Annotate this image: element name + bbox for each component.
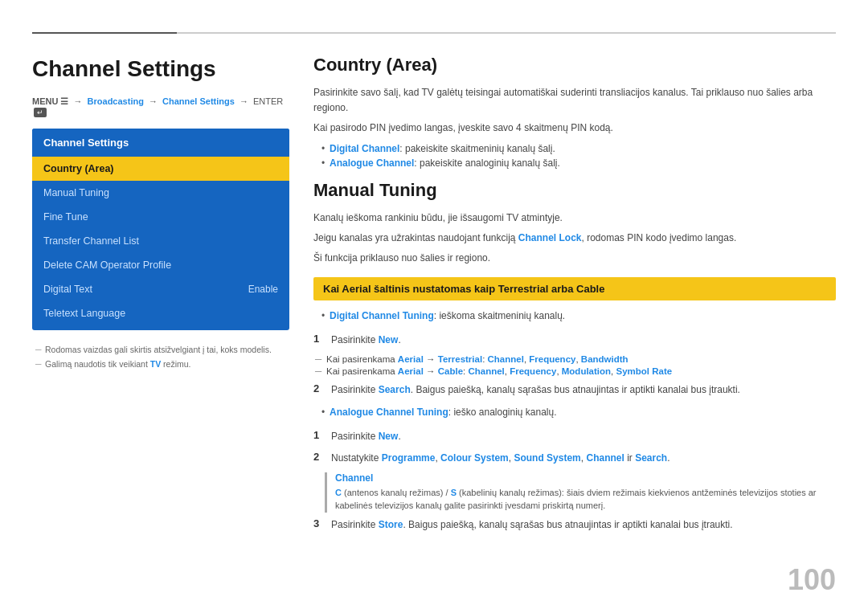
manual-tuning-desc3: Ši funkcija priklauso nuo šalies ir regi… (313, 251, 836, 266)
search-ref: Search (379, 384, 411, 395)
sidebar-box: Channel Settings Country (Area) Manual T… (32, 129, 289, 330)
sidebar-item-delete-cam[interactable]: Delete CAM Operator Profile (32, 253, 289, 277)
sidebar-note-1: Rodomas vaizdas gali skirtis atsižvelgia… (35, 345, 286, 354)
left-panel: Channel Settings MENU ☰ → Broadcasting →… (32, 48, 289, 374)
sidebar-item-label: Manual Tuning (43, 187, 109, 198)
breadcrumb: MENU ☰ → Broadcasting → Channel Settings… (32, 96, 289, 117)
digital-channel-tuning-item: Digital Channel Tuning: ieškoma skaitmen… (321, 310, 836, 321)
store-ref: Store (379, 519, 403, 530)
bullet-digital-channel: Digital Channel: pakeiskite skaitmeninių… (321, 143, 836, 154)
country-area-desc2: Kai pasirodo PIN įvedimo langas, įveskit… (313, 121, 836, 136)
analogue-step-1: 1 Pasirinkite New. (313, 429, 836, 444)
sidebar-item-value: Enable (248, 284, 278, 295)
analogue-tuning-label: Analogue Channel Tuning (330, 407, 448, 418)
analogue-step-3: 3 Pasirinkite Store. Baigus paiešką, kan… (313, 517, 836, 533)
manual-tuning-title: Manual Tuning (313, 180, 836, 201)
right-panel: Country (Area) Pasirinkite savo šalį, ka… (313, 48, 836, 539)
highlight-box: Kai Aerial šaltinis nustatomas kaip Terr… (313, 277, 836, 300)
sidebar-item-label: Country (Area) (43, 163, 114, 174)
manual-tuning-desc2: Jeigu kanalas yra užrakintas naudojant f… (313, 231, 836, 246)
sidebar-item-label: Delete CAM Operator Profile (43, 260, 171, 271)
breadcrumb-channel-settings[interactable]: Channel Settings (162, 96, 235, 106)
channel-note-box: Channel C (antenos kanalų režimas) / S (… (325, 472, 836, 513)
channel-note-title: Channel (335, 472, 836, 484)
sidebar-item-transfer-channel-list[interactable]: Transfer Channel List (32, 229, 289, 253)
new-ref-1: New (379, 334, 399, 345)
channel-note-text: C (antenos kanalų režimas) / S (kabelini… (335, 486, 836, 513)
page-title: Channel Settings (32, 56, 289, 82)
sidebar-header: Channel Settings (32, 129, 289, 157)
sidebar-item-digital-text[interactable]: Digital Text Enable (32, 277, 289, 301)
country-area-title: Country (Area) (313, 55, 836, 76)
analogue-channel-tuning-item: Analogue Channel Tuning: ieško analogini… (321, 407, 836, 418)
sidebar-item-label: Fine Tune (43, 211, 88, 223)
bullet-analogue-channel: Analogue Channel: pakeiskite analoginių … (321, 157, 836, 169)
sidebar-item-label: Digital Text (43, 284, 92, 295)
page-number: 100 (788, 563, 836, 597)
manual-tuning-desc1: Kanalų ieškoma rankiniu būdu, jie išsaug… (313, 210, 836, 226)
sidebar-item-teletext-language[interactable]: Teletext Language (32, 301, 289, 325)
sidebar-item-label: Teletext Language (43, 308, 125, 319)
country-area-desc1: Pasirinkite savo šalį, kad TV galėtų tei… (313, 85, 836, 116)
sidebar-notes: Rodomas vaizdas gali skirtis atsižvelgia… (32, 345, 289, 369)
sidebar-note-2: Galimą naudotis tik veikiant TV režimu. (35, 359, 286, 369)
sidebar-item-label: Transfer Channel List (43, 235, 139, 247)
sub-bullet-terrestrial: Kai pasirenkama Aerial → Terrestrial: Ch… (313, 354, 836, 364)
breadcrumb-broadcasting[interactable]: Broadcasting (88, 96, 144, 106)
analogue-step-2: 2 Nustatykite Programme, Colour System, … (313, 451, 836, 466)
analogue-tuning-bullet-list: Analogue Channel Tuning: ieško analogini… (321, 407, 836, 418)
new-ref-2: New (379, 431, 399, 442)
sidebar-item-country-area[interactable]: Country (Area) (32, 157, 289, 181)
step-1: 1 Pasirinkite New. (313, 333, 836, 348)
digital-tuning-bullet-list: Digital Channel Tuning: ieškoma skaitmen… (321, 310, 836, 321)
sidebar-item-manual-tuning[interactable]: Manual Tuning (32, 181, 289, 205)
analogue-channel-label: Analogue Channel (330, 157, 414, 169)
menu-icon: MENU ☰ (32, 96, 68, 107)
sidebar-item-fine-tune[interactable]: Fine Tune (32, 205, 289, 229)
channel-lock-ref: Channel Lock (518, 232, 582, 243)
step-2: 2 Pasirinkite Search. Baigus paiešką, ka… (313, 382, 836, 398)
top-line-accent (32, 32, 177, 34)
digital-tuning-label: Digital Channel Tuning (330, 310, 434, 321)
digital-channel-label: Digital Channel (330, 143, 399, 154)
enter-icon: ↵ (34, 108, 47, 117)
sub-bullet-cable: Kai pasirenkama Aerial → Cable: Channel,… (313, 366, 836, 376)
country-area-bullets: Digital Channel: pakeiskite skaitmeninių… (321, 143, 836, 169)
